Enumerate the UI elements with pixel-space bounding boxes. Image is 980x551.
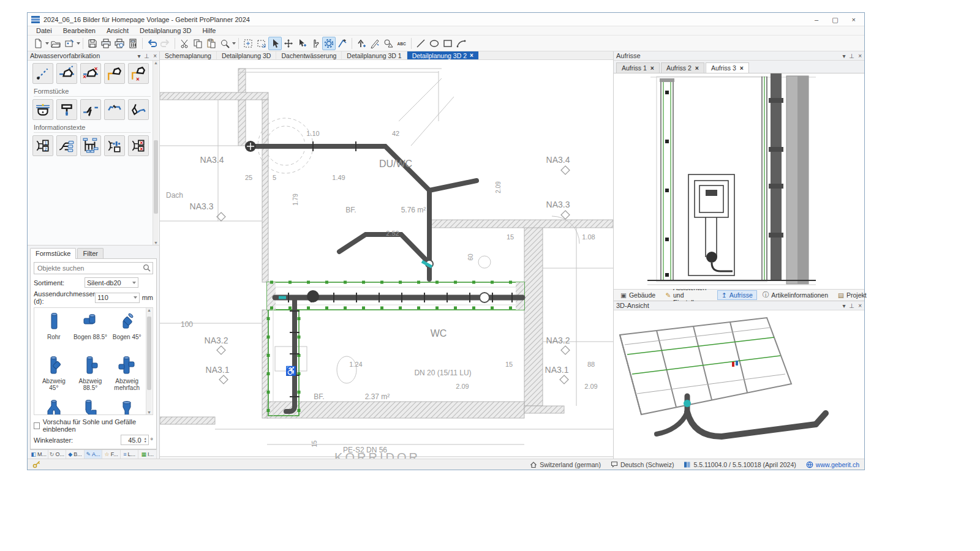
dock-tab-aufrisse[interactable]: ↥Aufrisse [717, 290, 757, 300]
chevron-down-icon[interactable] [77, 42, 80, 45]
sketch-button[interactable] [336, 37, 349, 50]
catalog-tab-filter[interactable]: Filter [77, 248, 103, 259]
print-preview-button[interactable] [113, 37, 126, 50]
catalog-tab-formstücke[interactable]: Formstücke [30, 248, 76, 259]
paste-button[interactable] [205, 37, 218, 50]
new-document-button[interactable] [31, 37, 45, 50]
catalog-item-abzweig-45-[interactable]: Abzweig 45° [36, 354, 72, 399]
dock-tab-geb-ude[interactable]: ▣Gebäude [616, 290, 660, 300]
panel-close-icon[interactable]: × [153, 53, 157, 59]
panel-selector-tab-favorites[interactable]: ☆F... [102, 450, 121, 459]
view3d-viewport[interactable] [614, 310, 864, 459]
catalog-item-abzweig-88-5-[interactable]: Abzweig 88.5° [72, 354, 109, 399]
catalog-item-rohr[interactable]: Rohr [36, 310, 72, 354]
aufriss-tab-aufriss-1[interactable]: Aufriss 1× [616, 62, 660, 73]
canvas-tab-dachentwässerung[interactable]: Dachentwässerung [276, 51, 342, 59]
palette-tool-fab-corner-x[interactable]: ✕ [128, 63, 149, 84]
zoom-button[interactable] [218, 37, 232, 50]
redo-button[interactable] [159, 37, 172, 50]
palette-tool-angle-connector[interactable] [128, 99, 149, 120]
palette-tool-info-tree[interactable] [56, 135, 77, 156]
close-tab-icon[interactable]: × [740, 64, 744, 72]
palette-tool-info-manifold[interactable] [80, 135, 101, 156]
floor-plan[interactable]: 1.1042NA3.4DU/WCNA3.42551.491.79DachNA3.… [160, 60, 613, 459]
zoom-extents-button[interactable] [241, 37, 255, 50]
maximize-button[interactable]: ▢ [832, 13, 838, 26]
panel-selector-tab-info-grid[interactable]: ▦I... [138, 450, 157, 459]
zoom-window-button[interactable] [255, 37, 268, 50]
palette-tool-fab-unit-x[interactable]: ✕✕ [80, 63, 101, 84]
pan-move-button[interactable] [282, 37, 295, 50]
chevron-down-icon[interactable] [232, 42, 236, 45]
palette-tool-strap[interactable] [80, 99, 101, 120]
import-image-button[interactable] [62, 37, 76, 50]
diameter-select[interactable]: 110 [95, 293, 139, 303]
preview-checkbox[interactable] [34, 422, 40, 429]
open-folder-button[interactable] [49, 37, 62, 50]
panel-selector-tab-blocks[interactable]: ◆B... [66, 450, 85, 459]
search-input[interactable] [34, 262, 153, 274]
undo-button[interactable] [145, 37, 159, 50]
catalog-scrollbar[interactable]: ▲▼ [146, 308, 152, 414]
pin-icon[interactable]: ⊣ [848, 53, 855, 59]
catalog-item-reduktion[interactable]: Reduktion [108, 399, 145, 415]
winkelraster-stepper[interactable]: 45.0 ▲▼ [121, 435, 149, 445]
copy-button[interactable] [191, 37, 205, 50]
point-hand-button[interactable] [309, 37, 322, 50]
status-link[interactable]: www.geberit.ch [806, 461, 859, 468]
save-button[interactable] [86, 37, 99, 50]
menu-item-hilfe[interactable]: Hilfe [197, 27, 221, 34]
palette-tool-route-dashed[interactable] [32, 63, 53, 84]
draw-line-button[interactable] [414, 37, 428, 50]
palette-tool-connector[interactable] [104, 99, 125, 120]
palette-tool-info-numbered[interactable]: 12 [32, 135, 53, 156]
menu-item-ansicht[interactable]: Ansicht [102, 27, 134, 34]
text-abc-button[interactable]: ABC [395, 37, 409, 50]
arrow-plus-button[interactable] [355, 37, 368, 50]
menu-item-detailplanung-3d[interactable]: Detailplanung 3D [135, 27, 196, 34]
catalog-item-abzweig-mehrfach[interactable]: Abzweig mehrfach [108, 354, 145, 399]
palette-scrollbar[interactable]: ▲▼ [153, 61, 159, 245]
catalog-item-bogen-88-5-[interactable]: Bogen 88.5° [72, 310, 109, 354]
cut-button[interactable] [178, 37, 191, 50]
menu-item-datei[interactable]: Datei [31, 27, 57, 34]
catalog-item-schachtbogenabzweig[interactable]: Schachtbogenabzweig [72, 399, 109, 415]
palette-tool-trap[interactable] [32, 99, 53, 120]
aufriss-tab-aufriss-3[interactable]: Aufriss 3× [706, 62, 749, 73]
canvas-tab-detailplanung-3d-2[interactable]: Detailplanung 3D 2× [407, 51, 479, 59]
panel-selector-tab-abwasser[interactable]: ✎A... [85, 450, 103, 459]
panel-close-icon[interactable]: × [858, 302, 862, 309]
calculator-button[interactable] [126, 37, 140, 50]
minimize-button[interactable]: – [815, 13, 818, 26]
dock-tab-projekt[interactable]: ▤Projekt [834, 290, 871, 300]
close-button[interactable]: × [852, 13, 856, 26]
pin-icon[interactable]: ⊣ [143, 53, 150, 59]
canvas-tab-detailplanung-3d[interactable]: Detailplanung 3D [217, 51, 277, 59]
select-cursor-button[interactable] [268, 37, 282, 50]
canvas-tab-schemaplanung[interactable]: Schemaplanung [160, 51, 217, 59]
close-tab-icon[interactable]: × [470, 52, 473, 59]
palette-tool-fab-corner[interactable] [104, 63, 125, 84]
palette-tool-fab-unit[interactable] [56, 63, 77, 84]
menu-item-bearbeiten[interactable]: Bearbeiten [58, 27, 100, 34]
panel-selector-tab-layers[interactable]: ≡L... [121, 450, 139, 459]
panel-selector-tab-objects[interactable]: ↻O... [48, 450, 67, 459]
panel-dropdown-icon[interactable]: ▾ [137, 53, 140, 59]
close-tab-icon[interactable]: × [695, 64, 699, 72]
sortiment-select[interactable]: Silent-db20 [85, 277, 138, 288]
aufriss-tab-aufriss-2[interactable]: Aufriss 2× [661, 62, 704, 73]
status-language[interactable]: Deutsch (Schweiz) [611, 461, 674, 468]
palette-tool-info-removed[interactable]: ✕✕ [128, 135, 149, 156]
panel-close-icon[interactable]: × [858, 53, 862, 59]
print-button[interactable] [99, 37, 113, 50]
select-query-button[interactable] [295, 37, 309, 50]
pin-icon[interactable]: ⊣ [848, 303, 855, 309]
spin-down-icon[interactable]: ▼ [144, 440, 147, 443]
draw-ellipse-button[interactable] [428, 37, 441, 50]
draw-rectangle-button[interactable] [441, 37, 454, 50]
shapes-button[interactable] [382, 37, 395, 50]
palette-tool-info-group[interactable] [104, 135, 125, 156]
catalog-item-bogen-45-[interactable]: Bogen 45° [108, 310, 145, 354]
auto-dimension-button[interactable] [322, 37, 336, 50]
catalog-item-hosenabzweig[interactable]: Hosenabzweig [36, 399, 72, 415]
